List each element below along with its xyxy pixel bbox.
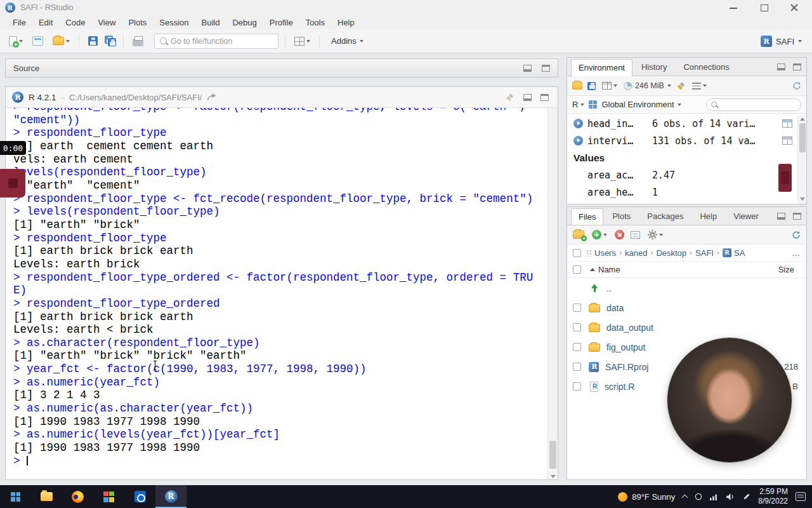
file-name-link[interactable]: fig_output <box>606 342 646 352</box>
files-tab[interactable]: Help <box>692 208 724 225</box>
language-selector[interactable]: R <box>572 100 584 109</box>
weather-widget[interactable]: 89°F Sunny <box>618 492 675 502</box>
environment-scrollbar[interactable] <box>797 115 806 204</box>
files-maximize-button[interactable] <box>793 213 801 220</box>
scrollbar-thumb[interactable] <box>799 123 806 152</box>
rename-file-button[interactable] <box>631 231 640 239</box>
scroll-up-button[interactable] <box>800 117 805 121</box>
environment-row[interactable]: area_he… 1 <box>567 184 797 201</box>
action-center-button[interactable] <box>796 492 806 501</box>
start-button[interactable] <box>0 485 31 508</box>
menu-item[interactable]: Profile <box>263 15 299 29</box>
breadcrumb-overflow[interactable]: … <box>792 248 801 258</box>
bluetooth-tray-icon[interactable] <box>695 493 702 500</box>
console-minimize-button[interactable] <box>523 94 532 101</box>
environment-row[interactable]: intervi… 131 obs. of 14 va… <box>567 132 797 149</box>
file-row[interactable]: .. <box>567 278 806 298</box>
refresh-files-icon[interactable] <box>792 231 801 239</box>
expand-object-icon[interactable] <box>573 136 583 145</box>
office-app-button[interactable] <box>93 485 124 508</box>
file-name-link[interactable]: data_output <box>606 323 653 333</box>
addins-button[interactable]: Addins <box>326 34 369 48</box>
print-button[interactable] <box>130 34 146 49</box>
files-minimize-button[interactable] <box>777 213 785 220</box>
console-scrollbar[interactable] <box>547 108 558 479</box>
menu-item[interactable]: File <box>6 15 32 29</box>
save-workspace-icon[interactable] <box>587 82 596 90</box>
new-file-button[interactable] <box>6 34 25 49</box>
outlook-button[interactable] <box>124 485 155 508</box>
menu-item[interactable]: Edit <box>32 15 59 29</box>
refresh-environment-icon[interactable] <box>792 81 801 90</box>
load-workspace-icon[interactable] <box>572 82 582 90</box>
size-column-header[interactable]: Size <box>778 265 801 274</box>
breadcrumb-link[interactable]: Desktop <box>656 248 686 258</box>
menu-item[interactable]: Tools <box>299 15 331 29</box>
breadcrumb-link[interactable]: kaned <box>625 248 647 258</box>
environment-tab[interactable]: Environment <box>571 59 632 76</box>
new-folder-button[interactable] <box>573 231 584 239</box>
file-explorer-button[interactable] <box>31 485 62 508</box>
files-tab[interactable]: Viewer <box>726 208 766 225</box>
header-checkbox[interactable] <box>573 265 581 274</box>
clear-objects-broom-icon[interactable] <box>676 81 686 91</box>
files-tab[interactable]: Files <box>571 208 603 225</box>
console-maximize-button[interactable] <box>540 94 549 101</box>
file-checkbox[interactable] <box>573 323 581 331</box>
menu-item[interactable]: Code <box>59 15 91 29</box>
menu-item[interactable]: Build <box>195 15 226 29</box>
name-column-header[interactable]: Name <box>598 265 620 274</box>
delete-file-button[interactable] <box>615 230 624 239</box>
select-all-checkbox[interactable] <box>573 249 581 257</box>
file-row[interactable]: data_output <box>567 318 806 337</box>
breadcrumb-link[interactable]: Users <box>594 248 616 258</box>
menu-item[interactable]: Plots <box>122 15 153 29</box>
rstudio-taskbar-button[interactable]: R <box>155 485 187 508</box>
new-project-button[interactable] <box>30 34 46 48</box>
files-tab[interactable]: Packages <box>639 208 691 225</box>
file-checkbox[interactable] <box>573 382 581 391</box>
goto-file-input[interactable] <box>171 37 273 46</box>
menu-item[interactable]: Debug <box>226 15 263 29</box>
window-maximize-button[interactable] <box>760 4 768 11</box>
volume-tray-icon[interactable] <box>726 493 735 501</box>
environment-tab[interactable]: Connections <box>676 58 737 76</box>
view-dataframe-icon[interactable] <box>782 137 792 145</box>
file-name-link[interactable]: script.R <box>605 382 634 392</box>
environment-scope-dropdown[interactable]: Global Environment <box>601 100 681 109</box>
save-all-button[interactable] <box>105 36 117 46</box>
environment-maximize-button[interactable] <box>793 64 801 70</box>
scrollbar-thumb[interactable] <box>549 441 556 469</box>
expand-object-icon[interactable] <box>573 119 583 128</box>
project-menu-button[interactable]: R SAFI <box>758 33 804 50</box>
open-file-button[interactable] <box>50 34 72 48</box>
file-checkbox[interactable] <box>573 343 581 351</box>
file-checkbox[interactable] <box>573 304 581 312</box>
environment-row[interactable]: head_in… 6 obs. of 14 vari… <box>567 115 797 132</box>
pen-tray-icon[interactable] <box>743 493 750 500</box>
environment-minimize-button[interactable] <box>777 64 785 70</box>
network-tray-icon[interactable] <box>710 493 718 500</box>
memory-usage-button[interactable]: 246 MiB <box>624 81 671 90</box>
clear-console-broom-icon[interactable] <box>505 93 514 102</box>
files-tab[interactable]: Plots <box>605 208 638 225</box>
scroll-down-button[interactable] <box>548 475 558 478</box>
pane-layout-button[interactable] <box>292 34 313 48</box>
tray-expand-chevron-icon[interactable] <box>682 495 688 501</box>
window-close-button[interactable] <box>790 4 798 11</box>
breadcrumb-link[interactable]: SA <box>734 248 745 258</box>
open-in-new-window-icon[interactable] <box>207 93 216 101</box>
more-file-commands-button[interactable] <box>646 229 664 241</box>
environment-row[interactable]: Values <box>567 149 797 166</box>
source-minimize-button[interactable] <box>523 65 532 72</box>
recording-stop-button[interactable] <box>0 169 25 197</box>
import-dataset-button[interactable] <box>601 81 619 91</box>
taskbar-clock[interactable]: 2:59 PM 8/9/2022 <box>758 487 788 506</box>
file-name-link[interactable]: .. <box>606 283 612 293</box>
window-minimize-button[interactable] <box>730 4 737 11</box>
firefox-button[interactable] <box>62 485 93 508</box>
file-row[interactable]: data <box>567 298 806 318</box>
file-checkbox[interactable] <box>573 363 581 371</box>
environment-tab[interactable]: History <box>634 58 674 76</box>
environment-row[interactable]: area_ac… 2.47 <box>567 166 797 184</box>
